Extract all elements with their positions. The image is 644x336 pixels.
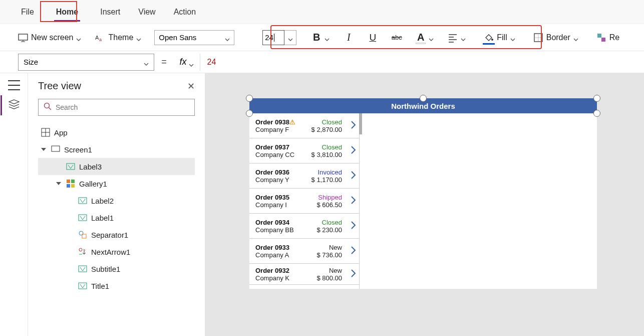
formula-input[interactable]: 24 xyxy=(207,58,216,67)
tree-item-label: Subtitle1 xyxy=(91,265,120,273)
close-icon[interactable]: ✕ xyxy=(187,81,195,92)
reorder-icon xyxy=(596,33,606,43)
menu-insert[interactable]: Insert xyxy=(97,6,123,19)
tree-item-subtitle1[interactable]: Subtitle1 xyxy=(38,260,195,277)
svg-line-43 xyxy=(83,284,85,288)
app-screen[interactable]: Northwind Orders Order 0938⚠ Company F C… xyxy=(249,98,597,289)
chevron-right-icon[interactable] xyxy=(350,170,357,182)
tree-item-label: Title1 xyxy=(91,282,109,290)
chevron-right-icon[interactable] xyxy=(350,120,357,132)
tree-view-panel: Tree view ✕ App Screen1 Label3 Gallery1 xyxy=(28,73,205,336)
strikethrough-button[interactable]: abc xyxy=(391,31,403,45)
tree-item-gallery1[interactable]: Gallery1 xyxy=(38,175,195,192)
menu-file[interactable]: File xyxy=(18,6,37,19)
scrollbar-thumb[interactable] xyxy=(359,113,362,134)
tree-view-rail-button[interactable] xyxy=(9,99,20,111)
chevron-down-icon xyxy=(510,35,515,40)
order-row[interactable]: Order 0936 Company Y Invoiced $ 1,170.00 xyxy=(249,163,359,189)
search-field[interactable] xyxy=(56,103,189,111)
svg-rect-41 xyxy=(79,283,87,289)
fill-button[interactable]: Fill xyxy=(483,31,516,45)
tree-item-label: Label1 xyxy=(91,214,114,222)
order-row[interactable]: Order 0932 Company K New $ 800.00 xyxy=(249,264,359,285)
font-size-input[interactable]: 24 xyxy=(262,30,284,45)
order-row[interactable]: Order 0933 Company A New $ 736.00 xyxy=(249,239,359,264)
menu-home[interactable]: Home xyxy=(49,4,85,21)
order-amount: $ 736.00 xyxy=(316,251,342,259)
order-row[interactable]: Order 0934 Company BB Closed $ 230.00 xyxy=(249,214,359,239)
chevron-down-icon xyxy=(136,35,141,40)
order-status: New xyxy=(316,244,342,251)
order-row[interactable]: Order 0938⚠ Company F Closed $ 2,870.00 xyxy=(249,113,359,138)
svg-rect-13 xyxy=(597,34,601,38)
svg-point-36 xyxy=(79,248,82,251)
selection-handle[interactable] xyxy=(593,95,600,102)
tree-item-title1[interactable]: Title1 xyxy=(38,277,195,294)
border-button[interactable]: Border xyxy=(532,31,579,45)
screen-icon xyxy=(51,145,60,154)
new-screen-label: New screen xyxy=(31,33,73,42)
tree-search-input[interactable] xyxy=(38,99,195,116)
reorder-button[interactable]: Re xyxy=(595,31,620,45)
italic-button[interactable]: I xyxy=(343,31,355,45)
font-color-button[interactable]: A xyxy=(415,31,435,45)
tree-item-label1[interactable]: Label1 xyxy=(38,209,195,226)
bold-button[interactable]: B xyxy=(310,31,331,45)
tree-item-screen1[interactable]: Screen1 xyxy=(38,141,195,158)
expand-icon[interactable] xyxy=(41,148,46,151)
menu-action[interactable]: Action xyxy=(171,6,199,19)
underline-button[interactable]: U xyxy=(367,31,379,45)
chevron-right-icon[interactable] xyxy=(350,220,357,232)
orders-gallery[interactable]: Order 0938⚠ Company F Closed $ 2,870.00 … xyxy=(249,113,360,289)
hamburger-icon[interactable] xyxy=(8,80,20,90)
order-number: Order 0936 xyxy=(255,169,311,176)
align-button[interactable] xyxy=(447,31,467,45)
chevron-right-icon[interactable] xyxy=(350,245,357,257)
order-amount: $ 800.00 xyxy=(316,274,342,282)
svg-line-23 xyxy=(71,165,73,169)
svg-line-39 xyxy=(80,267,83,271)
menu-bar: File Home Insert View Action xyxy=(0,0,644,24)
expand-icon[interactable] xyxy=(56,182,61,185)
new-screen-button[interactable]: New screen xyxy=(17,31,82,45)
order-status: Invoiced xyxy=(311,169,342,176)
selection-handle[interactable] xyxy=(246,95,253,102)
chevron-right-icon[interactable] xyxy=(350,195,357,207)
chevron-right-icon[interactable] xyxy=(350,268,357,280)
chevron-down-icon xyxy=(225,35,230,40)
svg-text:♡: ♡ xyxy=(83,248,86,252)
tree-item-label2[interactable]: Label2 xyxy=(38,192,195,209)
order-row[interactable]: Order 0935 Company I Shipped $ 606.50 xyxy=(249,189,359,214)
selection-handle[interactable] xyxy=(420,95,427,102)
tree-item-app[interactable]: App xyxy=(38,124,195,141)
chevron-down-icon xyxy=(288,35,293,40)
theme-button[interactable]: Aa Theme xyxy=(94,31,142,45)
font-size-dropdown[interactable] xyxy=(284,30,296,45)
svg-line-32 xyxy=(80,216,83,220)
font-family-select[interactable]: Open Sans xyxy=(154,30,234,45)
separator-icon xyxy=(78,230,87,239)
order-row[interactable]: Order 0937 Company CC Closed $ 3,810.00 xyxy=(249,138,359,163)
order-number: Order 0932 xyxy=(255,267,316,274)
chevron-down-icon xyxy=(461,35,466,40)
theme-icon: Aa xyxy=(95,33,105,43)
order-company: Company I xyxy=(255,201,316,209)
tree-item-nextarrow1[interactable]: ♡ NextArrow1 xyxy=(38,243,195,260)
chevron-right-icon[interactable] xyxy=(350,145,357,157)
property-value: Size xyxy=(24,58,38,66)
tree-item-separator1[interactable]: Separator1 xyxy=(38,226,195,243)
tree-item-label3[interactable]: Label3 xyxy=(38,158,195,175)
selection-handle[interactable] xyxy=(593,110,600,117)
property-select[interactable]: Size xyxy=(18,54,154,71)
label-icon xyxy=(78,213,87,222)
canvas-area[interactable]: Northwind Orders Order 0938⚠ Company F C… xyxy=(205,73,644,336)
tree-item-label: Separator1 xyxy=(91,231,128,239)
svg-rect-28 xyxy=(79,198,87,204)
gallery-icon xyxy=(66,179,75,188)
order-company: Company F xyxy=(255,126,311,133)
svg-rect-31 xyxy=(79,215,87,221)
align-icon xyxy=(448,33,458,43)
fx-button[interactable]: fx xyxy=(174,54,200,71)
menu-view[interactable]: View xyxy=(135,6,158,19)
fill-label: Fill xyxy=(497,33,507,42)
